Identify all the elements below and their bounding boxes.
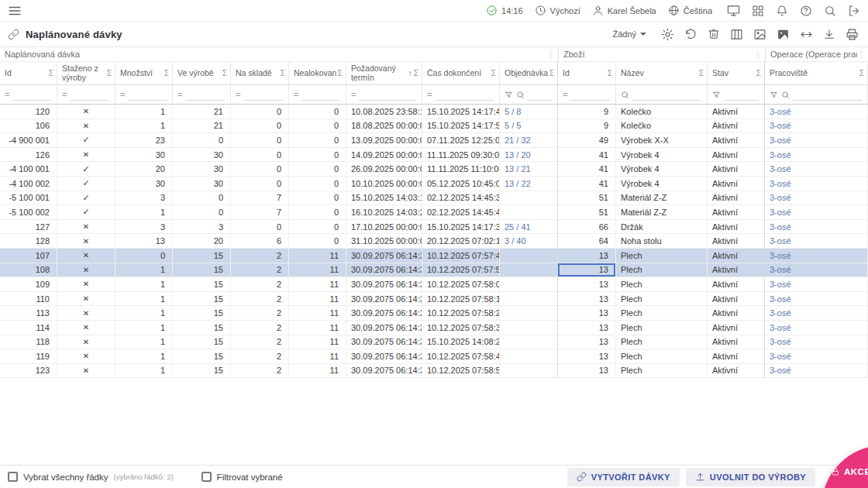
equals-operator-icon[interactable]: = [5,90,9,99]
menu-button[interactable] [6,2,23,19]
filter-input-in-production[interactable] [185,89,225,101]
table-row[interactable]: 118✕11521130.09.2075 06:14:3515.10.2025 … [0,335,868,350]
workplace-link[interactable]: 3-osé [770,308,791,318]
workplace-link[interactable]: 3-osé [770,265,791,274]
aggregate-icon[interactable]: Σ [859,69,864,77]
workplace-link[interactable]: 3-osé [770,150,791,160]
table-row[interactable]: 114✕11521130.09.2075 06:14:3510.12.2025 … [0,321,868,335]
workplace-link[interactable]: 3-osé [770,164,791,174]
filter-funnel-icon[interactable] [505,91,513,99]
language-selector[interactable]: Čeština [668,5,712,16]
table-row[interactable]: 109✕11521130.09.2075 06:14:3510.12.2025 … [0,277,868,292]
workplace-link[interactable]: 3-osé [770,352,791,361]
equals-operator-icon[interactable]: = [294,90,298,99]
equals-operator-icon[interactable]: = [427,90,432,99]
column-header-goods-id[interactable]: IdΣ [558,62,616,84]
equals-operator-icon[interactable]: = [62,90,67,99]
aggregate-icon[interactable]: Σ [549,69,554,77]
column-header-completion-date[interactable]: Čas dokončeníΣ [422,62,500,84]
filter-input-status[interactable] [724,89,759,101]
aggregate-icon[interactable]: Σ [281,69,285,77]
aggregate-icon[interactable]: Σ [756,69,761,77]
drag-handle-icon[interactable]: ⋮ [857,50,865,59]
table-row[interactable]: 127✕330017.10.2025 00:00:0015.10.2025 14… [0,220,868,235]
release-to-production-button[interactable]: UVOLNIT DO VÝROBY [686,468,815,486]
filter-selected-checkbox[interactable] [202,472,212,482]
table-row[interactable]: 106✕1210018.08.2025 00:00:0015.10.2025 1… [0,119,868,134]
settings-button[interactable] [660,26,676,43]
filter-input-required-date[interactable] [359,89,416,101]
workplace-link[interactable]: 3-osé [770,323,791,332]
order-link[interactable]: 5 / 8 [505,107,521,116]
user-menu[interactable]: Karel Šebela [592,5,656,16]
equals-operator-icon[interactable]: = [236,90,240,99]
aggregate-icon[interactable]: Σ [49,69,53,77]
workplace-link[interactable]: 3-osé [770,193,791,202]
table-row[interactable]: -5 100 002✓107016.10.2025 14:03:2202.12.… [0,205,868,220]
help-button[interactable] [798,3,814,19]
table-row[interactable]: 123✕11521130.09.2075 06:14:3510.12.2025 … [0,364,868,379]
order-link[interactable]: 25 / 41 [505,222,531,232]
workplace-link[interactable]: 3-osé [770,251,791,260]
column-header-in-stock[interactable]: Na skladěΣ [231,62,289,84]
order-link[interactable]: 13 / 22 [505,179,531,188]
column-header-quantity[interactable]: MnožstvíΣ [115,62,173,84]
filter-input-quantity[interactable] [128,89,167,101]
table-row[interactable]: -4 100 002✓30300010.10.2025 00:00:0005.1… [0,177,868,191]
workplace-link[interactable]: 3-osé [770,179,791,188]
filter-input-in-stock[interactable] [243,89,283,101]
column-header-goods-name[interactable]: NázevΣ [616,62,708,84]
order-link[interactable]: 5 / 5 [505,121,521,130]
filter-input-pulled[interactable] [70,89,109,101]
workplace-link[interactable]: 3-osé [770,121,791,130]
table-row[interactable]: -5 100 001✓307015.10.2025 14:03:1202.12.… [0,191,868,206]
filter-input-order[interactable] [528,89,552,101]
filter-input-completion-date[interactable] [435,89,494,101]
table-row[interactable]: 108✕11521130.09.2075 06:14:3510.12.2025 … [0,263,868,278]
search-button[interactable] [822,3,838,19]
aggregate-icon[interactable]: Σ [107,69,112,77]
import-image-button[interactable] [775,26,791,43]
undo-button[interactable] [683,26,699,43]
filter-preset-dropdown[interactable]: Žádný [612,29,646,39]
filter-input-goods-id[interactable] [570,89,610,101]
table-row[interactable]: 120✕1210010.08.2025 23:58:1715.10.2025 1… [0,105,868,119]
delete-button[interactable] [706,26,722,42]
table-row[interactable]: 128✕13206031.10.2025 00:00:0020.12.2025 … [0,234,868,249]
column-header-in-production[interactable]: Ve výroběΣ [173,62,231,84]
filter-input-id[interactable] [12,89,51,101]
order-link[interactable]: 3 / 40 [505,236,526,246]
workplace-link[interactable]: 3-osé [770,337,791,346]
workplace-link[interactable]: 3-osé [770,208,791,217]
export-image-button[interactable] [752,26,768,43]
select-all-checkbox[interactable] [8,472,18,482]
workplace-link[interactable]: 3-osé [770,294,791,304]
download-button[interactable] [822,26,837,42]
workplace-link[interactable]: 3-osé [770,236,791,246]
filter-input-workplace[interactable] [793,89,862,101]
filter-input-goods-name[interactable] [632,89,701,101]
table-row[interactable]: 113✕11521130.09.2075 06:14:3510.12.2025 … [0,306,868,321]
column-header-unallocated[interactable]: NealokovanéΣ [289,62,346,84]
workplace-link[interactable]: 3-osé [770,222,791,232]
filter-input-unallocated[interactable] [301,89,340,101]
column-header-id[interactable]: IdΣ [0,62,57,84]
table-row[interactable]: 126✕30300014.09.2025 00:00:0011.11.2025 … [0,148,868,163]
workplace-link[interactable]: 3-osé [770,107,791,116]
order-link[interactable]: 13 / 21 [505,164,531,174]
column-header-workplace[interactable]: PracovištěΣ [765,62,868,84]
aggregate-icon[interactable]: Σ [608,69,612,77]
equals-operator-icon[interactable]: = [351,90,356,99]
aggregate-icon[interactable]: Σ [222,69,227,77]
order-link[interactable]: 21 / 32 [505,136,531,145]
drag-handle-icon[interactable]: ⋮ [547,50,555,59]
table-row[interactable]: -4 900 001✓2300013.09.2025 00:00:0007.11… [0,133,868,148]
table-row[interactable]: -4 100 001✓20300026.09.2025 00:00:0011.1… [0,162,868,177]
aggregate-icon[interactable]: Σ [699,69,704,77]
apps-button[interactable] [750,3,766,19]
fit-width-button[interactable] [798,26,815,43]
workplace-link[interactable]: 3-osé [770,366,791,375]
print-button[interactable] [844,26,860,43]
equals-operator-icon[interactable]: = [120,90,125,99]
equals-operator-icon[interactable]: = [563,90,567,99]
